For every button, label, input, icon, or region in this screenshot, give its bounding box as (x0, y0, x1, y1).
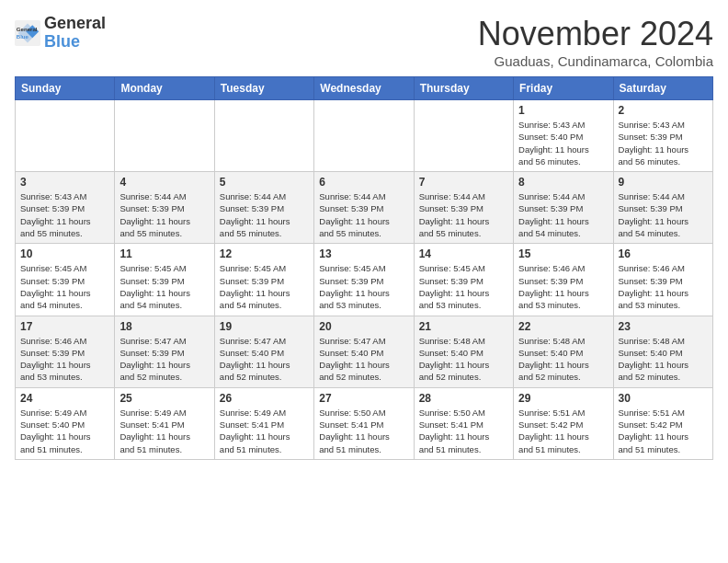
calendar-cell: 27Sunrise: 5:50 AM Sunset: 5:41 PM Dayli… (314, 387, 414, 459)
calendar-week-row: 3Sunrise: 5:43 AM Sunset: 5:39 PM Daylig… (16, 172, 713, 244)
calendar-cell (314, 100, 414, 172)
calendar-cell: 14Sunrise: 5:45 AM Sunset: 5:39 PM Dayli… (414, 244, 513, 316)
svg-text:General: General (17, 26, 38, 32)
calendar-cell: 17Sunrise: 5:46 AM Sunset: 5:39 PM Dayli… (16, 316, 115, 387)
calendar-cell: 30Sunrise: 5:51 AM Sunset: 5:42 PM Dayli… (613, 387, 712, 459)
calendar-cell: 21Sunrise: 5:48 AM Sunset: 5:40 PM Dayli… (414, 316, 513, 387)
logo-text: GeneralBlue (44, 15, 106, 52)
calendar-cell: 29Sunrise: 5:51 AM Sunset: 5:42 PM Dayli… (514, 387, 613, 459)
calendar-week-row: 1Sunrise: 5:43 AM Sunset: 5:40 PM Daylig… (16, 100, 713, 172)
day-number: 23 (619, 320, 708, 333)
day-info: Sunrise: 5:44 AM Sunset: 5:39 PM Dayligh… (319, 190, 408, 239)
calendar-week-row: 17Sunrise: 5:46 AM Sunset: 5:39 PM Dayli… (16, 316, 713, 387)
day-number: 6 (319, 176, 408, 189)
calendar-cell: 26Sunrise: 5:49 AM Sunset: 5:41 PM Dayli… (214, 387, 313, 459)
weekday-header: Sunday (16, 77, 115, 100)
day-number: 12 (220, 247, 309, 260)
calendar-cell: 3Sunrise: 5:43 AM Sunset: 5:39 PM Daylig… (16, 172, 115, 244)
day-number: 21 (419, 320, 508, 333)
day-number: 15 (518, 247, 608, 260)
weekday-header: Saturday (613, 77, 712, 100)
day-info: Sunrise: 5:45 AM Sunset: 5:39 PM Dayligh… (419, 262, 508, 311)
calendar-cell: 9Sunrise: 5:44 AM Sunset: 5:39 PM Daylig… (613, 172, 712, 244)
day-info: Sunrise: 5:48 AM Sunset: 5:40 PM Dayligh… (518, 335, 608, 384)
page-header: General Blue GeneralBlue November 2024 G… (15, 15, 713, 69)
day-info: Sunrise: 5:49 AM Sunset: 5:41 PM Dayligh… (119, 407, 209, 455)
logo-icon: General Blue (15, 20, 40, 46)
day-info: Sunrise: 5:44 AM Sunset: 5:39 PM Dayligh… (220, 190, 309, 239)
weekday-header: Tuesday (214, 77, 313, 100)
calendar-cell: 23Sunrise: 5:48 AM Sunset: 5:40 PM Dayli… (613, 316, 712, 387)
day-number: 19 (220, 320, 309, 333)
day-number: 29 (518, 392, 608, 405)
day-number: 25 (119, 392, 209, 405)
calendar-cell (414, 100, 513, 172)
day-number: 9 (619, 176, 708, 189)
calendar-cell: 28Sunrise: 5:50 AM Sunset: 5:41 PM Dayli… (414, 387, 513, 459)
day-info: Sunrise: 5:44 AM Sunset: 5:39 PM Dayligh… (419, 190, 508, 239)
weekday-header: Friday (514, 77, 613, 100)
calendar-cell: 7Sunrise: 5:44 AM Sunset: 5:39 PM Daylig… (414, 172, 513, 244)
day-info: Sunrise: 5:47 AM Sunset: 5:40 PM Dayligh… (319, 335, 408, 384)
calendar-cell: 12Sunrise: 5:45 AM Sunset: 5:39 PM Dayli… (214, 244, 313, 316)
day-info: Sunrise: 5:45 AM Sunset: 5:39 PM Dayligh… (119, 262, 209, 311)
calendar-cell: 13Sunrise: 5:45 AM Sunset: 5:39 PM Dayli… (314, 244, 414, 316)
day-info: Sunrise: 5:46 AM Sunset: 5:39 PM Dayligh… (518, 262, 608, 311)
calendar-cell: 22Sunrise: 5:48 AM Sunset: 5:40 PM Dayli… (514, 316, 613, 387)
calendar-week-row: 10Sunrise: 5:45 AM Sunset: 5:39 PM Dayli… (16, 244, 713, 316)
day-info: Sunrise: 5:46 AM Sunset: 5:39 PM Dayligh… (20, 335, 109, 384)
calendar-cell: 19Sunrise: 5:47 AM Sunset: 5:40 PM Dayli… (214, 316, 313, 387)
calendar-cell: 2Sunrise: 5:43 AM Sunset: 5:39 PM Daylig… (613, 100, 712, 172)
day-number: 24 (20, 392, 109, 405)
day-info: Sunrise: 5:44 AM Sunset: 5:39 PM Dayligh… (119, 190, 209, 239)
day-number: 10 (20, 247, 109, 260)
day-number: 2 (619, 104, 708, 117)
day-info: Sunrise: 5:43 AM Sunset: 5:39 PM Dayligh… (619, 119, 708, 167)
weekday-header: Wednesday (314, 77, 414, 100)
calendar-cell: 1Sunrise: 5:43 AM Sunset: 5:40 PM Daylig… (514, 100, 613, 172)
day-number: 7 (419, 176, 508, 189)
title-block: November 2024 Guaduas, Cundinamarca, Col… (478, 15, 713, 69)
day-number: 17 (20, 320, 109, 333)
day-info: Sunrise: 5:43 AM Sunset: 5:40 PM Dayligh… (518, 119, 608, 167)
calendar-table: SundayMondayTuesdayWednesdayThursdayFrid… (15, 76, 713, 460)
calendar-cell: 15Sunrise: 5:46 AM Sunset: 5:39 PM Dayli… (514, 244, 613, 316)
day-info: Sunrise: 5:47 AM Sunset: 5:39 PM Dayligh… (119, 335, 209, 384)
month-title: November 2024 (478, 15, 713, 53)
day-number: 30 (619, 392, 708, 405)
svg-text:Blue: Blue (17, 33, 29, 40)
calendar-cell: 18Sunrise: 5:47 AM Sunset: 5:39 PM Dayli… (115, 316, 214, 387)
calendar-cell: 11Sunrise: 5:45 AM Sunset: 5:39 PM Dayli… (115, 244, 214, 316)
day-info: Sunrise: 5:48 AM Sunset: 5:40 PM Dayligh… (619, 335, 708, 384)
day-number: 8 (518, 176, 608, 189)
day-info: Sunrise: 5:46 AM Sunset: 5:39 PM Dayligh… (619, 262, 708, 311)
day-info: Sunrise: 5:45 AM Sunset: 5:39 PM Dayligh… (220, 262, 309, 311)
location-title: Guaduas, Cundinamarca, Colombia (478, 53, 713, 69)
calendar-cell: 20Sunrise: 5:47 AM Sunset: 5:40 PM Dayli… (314, 316, 414, 387)
day-info: Sunrise: 5:47 AM Sunset: 5:40 PM Dayligh… (220, 335, 309, 384)
day-number: 18 (119, 320, 209, 333)
day-number: 28 (419, 392, 508, 405)
day-info: Sunrise: 5:48 AM Sunset: 5:40 PM Dayligh… (419, 335, 508, 384)
day-info: Sunrise: 5:45 AM Sunset: 5:39 PM Dayligh… (20, 262, 109, 311)
day-number: 20 (319, 320, 408, 333)
day-info: Sunrise: 5:44 AM Sunset: 5:39 PM Dayligh… (518, 190, 608, 239)
day-info: Sunrise: 5:51 AM Sunset: 5:42 PM Dayligh… (518, 407, 608, 455)
day-number: 11 (119, 247, 209, 260)
day-info: Sunrise: 5:43 AM Sunset: 5:39 PM Dayligh… (20, 190, 109, 239)
day-number: 22 (518, 320, 608, 333)
day-info: Sunrise: 5:51 AM Sunset: 5:42 PM Dayligh… (619, 407, 708, 455)
calendar-cell (214, 100, 313, 172)
day-info: Sunrise: 5:49 AM Sunset: 5:40 PM Dayligh… (20, 407, 109, 455)
calendar-cell: 10Sunrise: 5:45 AM Sunset: 5:39 PM Dayli… (16, 244, 115, 316)
calendar-cell: 16Sunrise: 5:46 AM Sunset: 5:39 PM Dayli… (613, 244, 712, 316)
day-number: 13 (319, 247, 408, 260)
calendar-cell (16, 100, 115, 172)
day-info: Sunrise: 5:50 AM Sunset: 5:41 PM Dayligh… (319, 407, 408, 455)
day-info: Sunrise: 5:49 AM Sunset: 5:41 PM Dayligh… (220, 407, 309, 455)
weekday-header-row: SundayMondayTuesdayWednesdayThursdayFrid… (16, 77, 713, 100)
calendar-cell: 24Sunrise: 5:49 AM Sunset: 5:40 PM Dayli… (16, 387, 115, 459)
day-info: Sunrise: 5:50 AM Sunset: 5:41 PM Dayligh… (419, 407, 508, 455)
calendar-cell: 25Sunrise: 5:49 AM Sunset: 5:41 PM Dayli… (115, 387, 214, 459)
day-number: 27 (319, 392, 408, 405)
